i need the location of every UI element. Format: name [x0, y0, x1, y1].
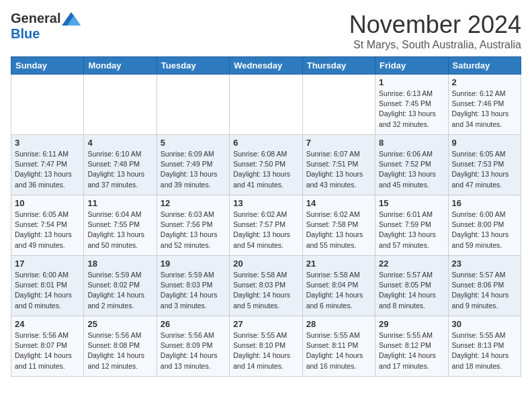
page-header: General Blue November 2024 St Marys, Sou…	[11, 11, 521, 51]
calendar-cell	[11, 75, 84, 135]
day-info: Sunrise: 6:03 AMSunset: 7:56 PMDaylight:…	[161, 210, 226, 250]
day-number: 5	[161, 138, 226, 148]
calendar-header-row: SundayMondayTuesdayWednesdayThursdayFrid…	[11, 57, 521, 75]
column-header-thursday: Thursday	[302, 57, 375, 75]
day-number: 16	[452, 198, 517, 208]
day-number: 28	[306, 319, 371, 329]
calendar-week-row: 24Sunrise: 5:56 AMSunset: 8:07 PMDayligh…	[11, 316, 521, 377]
day-number: 13	[233, 198, 298, 208]
day-number: 20	[233, 259, 298, 269]
day-info: Sunrise: 5:59 AMSunset: 8:03 PMDaylight:…	[161, 270, 226, 311]
calendar-cell: 22Sunrise: 5:57 AMSunset: 8:05 PMDayligh…	[375, 256, 448, 316]
day-info: Sunrise: 5:56 AMSunset: 8:09 PMDaylight:…	[161, 330, 226, 371]
day-info: Sunrise: 6:08 AMSunset: 7:50 PMDaylight:…	[233, 149, 298, 190]
day-info: Sunrise: 6:01 AMSunset: 7:59 PMDaylight:…	[379, 210, 444, 250]
calendar-cell: 26Sunrise: 5:56 AMSunset: 8:09 PMDayligh…	[157, 316, 229, 377]
calendar-table: SundayMondayTuesdayWednesdayThursdayFrid…	[11, 56, 521, 377]
calendar-cell: 28Sunrise: 5:55 AMSunset: 8:11 PMDayligh…	[302, 316, 375, 377]
calendar-cell: 23Sunrise: 5:57 AMSunset: 8:06 PMDayligh…	[448, 256, 521, 316]
day-number: 30	[452, 319, 517, 329]
column-header-sunday: Sunday	[11, 57, 84, 75]
calendar-cell: 5Sunrise: 6:09 AMSunset: 7:49 PMDaylight…	[157, 135, 229, 195]
calendar-cell: 12Sunrise: 6:03 AMSunset: 7:56 PMDayligh…	[157, 195, 229, 256]
calendar-cell: 14Sunrise: 6:02 AMSunset: 7:58 PMDayligh…	[302, 195, 375, 256]
day-info: Sunrise: 6:11 AMSunset: 7:47 PMDaylight:…	[15, 149, 80, 190]
day-info: Sunrise: 6:10 AMSunset: 7:48 PMDaylight:…	[87, 149, 152, 190]
day-number: 7	[306, 138, 371, 148]
calendar-cell: 19Sunrise: 5:59 AMSunset: 8:03 PMDayligh…	[157, 256, 229, 316]
day-info: Sunrise: 6:04 AMSunset: 7:55 PMDaylight:…	[87, 210, 152, 250]
logo-blue-text: Blue	[11, 26, 40, 42]
day-info: Sunrise: 5:55 AMSunset: 8:13 PMDaylight:…	[452, 330, 517, 371]
calendar-cell: 30Sunrise: 5:55 AMSunset: 8:13 PMDayligh…	[448, 316, 521, 377]
day-info: Sunrise: 5:57 AMSunset: 8:06 PMDaylight:…	[452, 270, 517, 311]
day-number: 2	[452, 77, 517, 87]
day-info: Sunrise: 5:58 AMSunset: 8:03 PMDaylight:…	[233, 270, 298, 311]
day-number: 23	[452, 259, 517, 269]
calendar-cell: 2Sunrise: 6:12 AMSunset: 7:46 PMDaylight…	[448, 75, 521, 135]
day-info: Sunrise: 6:06 AMSunset: 7:52 PMDaylight:…	[379, 149, 444, 190]
calendar-cell: 27Sunrise: 5:55 AMSunset: 8:10 PMDayligh…	[230, 316, 302, 377]
day-number: 22	[379, 259, 444, 269]
month-title: November 2024	[349, 11, 521, 39]
logo-icon	[62, 12, 81, 26]
calendar-cell	[157, 75, 229, 135]
day-info: Sunrise: 6:09 AMSunset: 7:49 PMDaylight:…	[161, 149, 226, 190]
day-number: 14	[306, 198, 371, 208]
day-info: Sunrise: 5:59 AMSunset: 8:02 PMDaylight:…	[87, 270, 152, 311]
calendar-cell: 15Sunrise: 6:01 AMSunset: 7:59 PMDayligh…	[375, 195, 448, 256]
calendar-week-row: 17Sunrise: 6:00 AMSunset: 8:01 PMDayligh…	[11, 256, 521, 316]
calendar-cell: 3Sunrise: 6:11 AMSunset: 7:47 PMDaylight…	[11, 135, 84, 195]
day-number: 12	[161, 198, 226, 208]
day-info: Sunrise: 6:00 AMSunset: 8:00 PMDaylight:…	[452, 210, 517, 250]
calendar-cell	[84, 75, 157, 135]
calendar-week-row: 3Sunrise: 6:11 AMSunset: 7:47 PMDaylight…	[11, 135, 521, 195]
day-info: Sunrise: 6:07 AMSunset: 7:51 PMDaylight:…	[306, 149, 371, 190]
day-info: Sunrise: 5:55 AMSunset: 8:12 PMDaylight:…	[379, 330, 444, 371]
day-number: 8	[379, 138, 444, 148]
day-number: 9	[452, 138, 517, 148]
calendar-cell: 18Sunrise: 5:59 AMSunset: 8:02 PMDayligh…	[84, 256, 157, 316]
logo-general: General	[11, 11, 60, 26]
calendar-cell: 13Sunrise: 6:02 AMSunset: 7:57 PMDayligh…	[230, 195, 302, 256]
day-number: 3	[15, 138, 80, 148]
day-number: 24	[15, 319, 80, 329]
calendar-cell: 25Sunrise: 5:56 AMSunset: 8:08 PMDayligh…	[84, 316, 157, 377]
calendar-week-row: 10Sunrise: 6:05 AMSunset: 7:54 PMDayligh…	[11, 195, 521, 256]
day-number: 29	[379, 319, 444, 329]
logo-text: General	[11, 11, 81, 26]
calendar-cell	[230, 75, 302, 135]
day-number: 19	[161, 259, 226, 269]
calendar-cell: 4Sunrise: 6:10 AMSunset: 7:48 PMDaylight…	[84, 135, 157, 195]
calendar-cell: 16Sunrise: 6:00 AMSunset: 8:00 PMDayligh…	[448, 195, 521, 256]
title-area: November 2024 St Marys, South Australia,…	[349, 11, 521, 51]
calendar-cell: 29Sunrise: 5:55 AMSunset: 8:12 PMDayligh…	[375, 316, 448, 377]
day-number: 25	[87, 319, 152, 329]
day-info: Sunrise: 5:58 AMSunset: 8:04 PMDaylight:…	[306, 270, 371, 311]
calendar-week-row: 1Sunrise: 6:13 AMSunset: 7:45 PMDaylight…	[11, 75, 521, 135]
day-info: Sunrise: 6:12 AMSunset: 7:46 PMDaylight:…	[452, 89, 517, 130]
calendar-cell: 9Sunrise: 6:05 AMSunset: 7:53 PMDaylight…	[448, 135, 521, 195]
calendar-cell: 17Sunrise: 6:00 AMSunset: 8:01 PMDayligh…	[11, 256, 84, 316]
day-number: 26	[161, 319, 226, 329]
calendar-cell: 24Sunrise: 5:56 AMSunset: 8:07 PMDayligh…	[11, 316, 84, 377]
day-number: 17	[15, 259, 80, 269]
column-header-saturday: Saturday	[448, 57, 521, 75]
logo: General Blue	[11, 11, 81, 42]
day-info: Sunrise: 6:02 AMSunset: 7:58 PMDaylight:…	[306, 210, 371, 250]
column-header-monday: Monday	[84, 57, 157, 75]
day-info: Sunrise: 6:05 AMSunset: 7:54 PMDaylight:…	[15, 210, 80, 250]
day-number: 21	[306, 259, 371, 269]
day-info: Sunrise: 5:57 AMSunset: 8:05 PMDaylight:…	[379, 270, 444, 311]
day-info: Sunrise: 6:00 AMSunset: 8:01 PMDaylight:…	[15, 270, 80, 311]
day-info: Sunrise: 6:05 AMSunset: 7:53 PMDaylight:…	[452, 149, 517, 190]
day-info: Sunrise: 5:56 AMSunset: 8:08 PMDaylight:…	[87, 330, 152, 371]
day-number: 18	[87, 259, 152, 269]
day-number: 4	[87, 138, 152, 148]
day-info: Sunrise: 5:55 AMSunset: 8:11 PMDaylight:…	[306, 330, 371, 371]
calendar-cell: 7Sunrise: 6:07 AMSunset: 7:51 PMDaylight…	[302, 135, 375, 195]
day-info: Sunrise: 6:13 AMSunset: 7:45 PMDaylight:…	[379, 89, 444, 130]
calendar-cell: 21Sunrise: 5:58 AMSunset: 8:04 PMDayligh…	[302, 256, 375, 316]
day-number: 1	[379, 77, 444, 87]
calendar-cell: 6Sunrise: 6:08 AMSunset: 7:50 PMDaylight…	[230, 135, 302, 195]
